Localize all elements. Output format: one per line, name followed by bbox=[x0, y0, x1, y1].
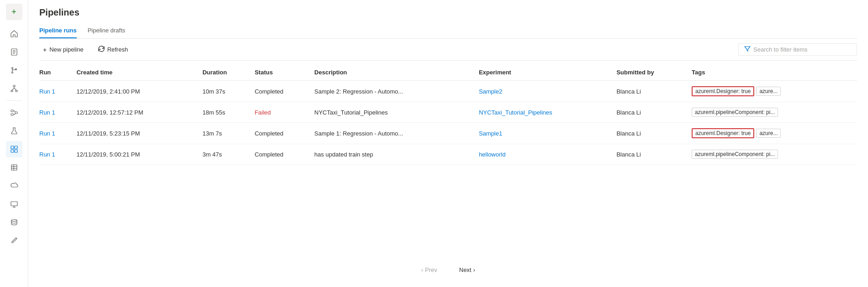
experiment-cell: Sample1 bbox=[479, 123, 616, 144]
status-cell: Failed bbox=[254, 102, 314, 123]
main-content: Pipelines Pipeline runs Pipeline drafts … bbox=[28, 0, 868, 287]
run-link[interactable]: Run 1 bbox=[39, 130, 55, 137]
refresh-button[interactable]: Refresh bbox=[95, 44, 132, 55]
svg-rect-11 bbox=[11, 114, 13, 115]
pipeline-runs-table: Run Created time Duration Status Descrip… bbox=[39, 64, 857, 165]
cloud-icon[interactable] bbox=[6, 177, 22, 194]
plus-icon: + bbox=[43, 46, 47, 53]
svg-rect-18 bbox=[11, 165, 17, 170]
filter-icon bbox=[744, 46, 751, 53]
created-time-cell: 12/12/2019, 2:41:00 PM bbox=[76, 81, 202, 102]
description-cell: Sample 2: Regression - Automo... bbox=[314, 81, 479, 102]
col-experiment: Experiment bbox=[479, 64, 616, 81]
duration-cell: 10m 37s bbox=[202, 81, 254, 102]
table-row: Run 112/11/2019, 5:23:15 PM13m 7sComplet… bbox=[39, 123, 857, 144]
table-container: Run Created time Duration Status Descrip… bbox=[39, 64, 857, 256]
run-link[interactable]: Run 1 bbox=[39, 109, 55, 116]
designer-icon[interactable] bbox=[6, 141, 22, 157]
sidebar: + bbox=[0, 0, 28, 287]
tag-badge: azureml.Designer: true bbox=[692, 86, 754, 96]
submitted-by-cell: Blanca Li bbox=[616, 81, 692, 102]
notebook-icon[interactable] bbox=[6, 44, 22, 60]
compute-icon[interactable] bbox=[6, 196, 22, 212]
experiment-cell: helloworld bbox=[479, 144, 616, 165]
svg-rect-22 bbox=[11, 202, 17, 206]
svg-rect-7 bbox=[13, 85, 15, 87]
svg-point-5 bbox=[11, 72, 13, 73]
status-cell: Completed bbox=[254, 144, 314, 165]
add-button[interactable]: + bbox=[6, 4, 22, 20]
experiment-cell: NYCTaxi_Tutorial_Pipelines bbox=[479, 102, 616, 123]
refresh-icon bbox=[98, 46, 105, 53]
pipeline-runs-icon[interactable] bbox=[6, 104, 22, 121]
run-link[interactable]: Run 1 bbox=[39, 151, 55, 158]
tag-badge: azureml.pipelineComponent: pi... bbox=[692, 108, 778, 117]
created-time-cell: 12/12/2019, 12:57:12 PM bbox=[76, 102, 202, 123]
svg-point-4 bbox=[11, 68, 13, 69]
tags-cell: azureml.Designer: trueazure... bbox=[692, 123, 857, 144]
chevron-right-icon: › bbox=[473, 266, 475, 273]
tags-cell: azureml.pipelineComponent: pi... bbox=[692, 144, 857, 165]
tab-pipeline-runs[interactable]: Pipeline runs bbox=[39, 23, 77, 38]
col-created-time: Created time bbox=[76, 64, 202, 81]
git-icon[interactable] bbox=[6, 62, 22, 78]
tag-badge: azureml.pipelineComponent: pi... bbox=[692, 150, 778, 159]
topology-icon[interactable] bbox=[6, 80, 22, 97]
tag-badge: azure... bbox=[756, 87, 781, 96]
table-row: Run 112/11/2019, 5:00:21 PM3m 47sComplet… bbox=[39, 144, 857, 165]
created-time-cell: 12/11/2019, 5:23:15 PM bbox=[76, 123, 202, 144]
duration-cell: 18m 55s bbox=[202, 102, 254, 123]
svg-rect-16 bbox=[11, 150, 14, 152]
status-cell: Completed bbox=[254, 81, 314, 102]
col-duration: Duration bbox=[202, 64, 254, 81]
dataset-icon[interactable] bbox=[6, 159, 22, 176]
submitted-by-cell: Blanca Li bbox=[616, 123, 692, 144]
next-button[interactable]: Next › bbox=[452, 264, 482, 276]
col-description: Description bbox=[314, 64, 479, 81]
experiment-link[interactable]: Sample1 bbox=[479, 130, 502, 137]
svg-rect-14 bbox=[11, 146, 14, 149]
search-filter[interactable]: Search to filter items bbox=[738, 43, 857, 56]
tags-cell: azureml.Designer: trueazure... bbox=[692, 81, 857, 102]
col-tags: Tags bbox=[692, 64, 857, 81]
table-row: Run 112/12/2019, 2:41:00 PM10m 37sComple… bbox=[39, 81, 857, 102]
run-link[interactable]: Run 1 bbox=[39, 88, 55, 95]
description-cell: Sample 1: Regression - Automo... bbox=[314, 123, 479, 144]
col-run: Run bbox=[39, 64, 76, 81]
storage-icon[interactable] bbox=[6, 214, 22, 230]
submitted-by-cell: Blanca Li bbox=[616, 144, 692, 165]
tag-badge: azureml.Designer: true bbox=[692, 128, 754, 138]
duration-cell: 3m 47s bbox=[202, 144, 254, 165]
col-status: Status bbox=[254, 64, 314, 81]
experiment-cell: Sample2 bbox=[479, 81, 616, 102]
run-cell: Run 1 bbox=[39, 144, 76, 165]
edit-icon[interactable] bbox=[6, 232, 22, 249]
chevron-left-icon: ‹ bbox=[421, 266, 423, 273]
tab-pipeline-drafts[interactable]: Pipeline drafts bbox=[88, 23, 125, 38]
svg-rect-9 bbox=[16, 90, 17, 92]
svg-rect-17 bbox=[15, 150, 17, 152]
svg-rect-12 bbox=[15, 112, 17, 114]
flask-icon[interactable] bbox=[6, 123, 22, 139]
experiment-link[interactable]: helloworld bbox=[479, 151, 506, 158]
tags-cell: azureml.pipelineComponent: pi... bbox=[692, 102, 857, 123]
sidebar-divider bbox=[7, 100, 21, 101]
svg-point-25 bbox=[11, 219, 17, 221]
home-icon[interactable] bbox=[6, 26, 22, 42]
svg-rect-8 bbox=[11, 90, 13, 92]
submitted-by-cell: Blanca Li bbox=[616, 102, 692, 123]
col-submitted-by: Submitted by bbox=[616, 64, 692, 81]
prev-button[interactable]: ‹ Prev bbox=[414, 264, 445, 276]
created-time-cell: 12/11/2019, 5:00:21 PM bbox=[76, 144, 202, 165]
page-title: Pipelines bbox=[39, 7, 857, 18]
run-cell: Run 1 bbox=[39, 102, 76, 123]
description-cell: has updated train step bbox=[314, 144, 479, 165]
toolbar: + New pipeline Refresh Search to filter … bbox=[39, 39, 857, 61]
svg-rect-15 bbox=[15, 146, 17, 149]
status-cell: Completed bbox=[254, 123, 314, 144]
tag-badge: azure... bbox=[756, 129, 781, 138]
experiment-link[interactable]: Sample2 bbox=[479, 88, 502, 95]
pagination: ‹ Prev Next › bbox=[39, 256, 857, 280]
new-pipeline-button[interactable]: + New pipeline bbox=[39, 44, 87, 55]
experiment-link[interactable]: NYCTaxi_Tutorial_Pipelines bbox=[479, 109, 552, 116]
